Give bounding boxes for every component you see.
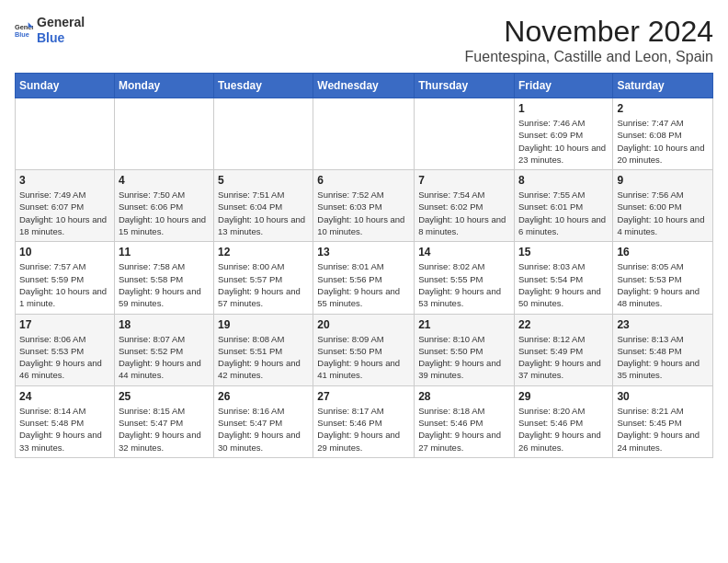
day-info: Sunrise: 8:07 AMSunset: 5:52 PMDaylight:… — [119, 333, 210, 382]
day-info: Sunrise: 8:01 AMSunset: 5:56 PMDaylight:… — [317, 260, 410, 309]
day-number: 21 — [418, 318, 510, 331]
day-number: 11 — [119, 246, 210, 259]
day-number: 14 — [418, 246, 510, 259]
day-info: Sunrise: 8:20 AMSunset: 5:46 PMDaylight:… — [518, 405, 609, 454]
calendar-week-row: 3Sunrise: 7:49 AMSunset: 6:07 PMDaylight… — [16, 170, 713, 242]
weekday-header-sunday: Sunday — [16, 74, 115, 98]
day-number: 29 — [518, 390, 609, 403]
calendar-cell: 19Sunrise: 8:08 AMSunset: 5:51 PMDayligh… — [214, 314, 313, 385]
day-number: 13 — [317, 246, 410, 259]
logo-blue: Blue — [37, 30, 85, 46]
day-number: 18 — [119, 318, 210, 331]
day-number: 3 — [19, 174, 110, 187]
day-info: Sunrise: 7:49 AMSunset: 6:07 PMDaylight:… — [19, 189, 110, 237]
day-info: Sunrise: 7:47 AMSunset: 6:08 PMDaylight:… — [617, 117, 709, 166]
calendar-week-row: 10Sunrise: 7:57 AMSunset: 5:59 PMDayligh… — [16, 242, 713, 314]
weekday-header-friday: Friday — [514, 74, 612, 98]
day-number: 1 — [518, 102, 609, 115]
day-number: 27 — [317, 390, 410, 403]
calendar-cell: 26Sunrise: 8:16 AMSunset: 5:47 PMDayligh… — [214, 385, 313, 457]
calendar-cell: 7Sunrise: 7:54 AMSunset: 6:02 PMDaylight… — [415, 170, 515, 242]
day-info: Sunrise: 8:21 AMSunset: 5:45 PMDaylight:… — [617, 405, 709, 454]
calendar-cell: 13Sunrise: 8:01 AMSunset: 5:56 PMDayligh… — [313, 242, 415, 314]
logo: General Blue General Blue — [15, 15, 85, 46]
svg-text:Blue: Blue — [15, 30, 29, 39]
day-number: 26 — [218, 390, 309, 403]
day-info: Sunrise: 8:08 AMSunset: 5:51 PMDaylight:… — [218, 333, 309, 382]
day-info: Sunrise: 8:06 AMSunset: 5:53 PMDaylight:… — [19, 333, 110, 382]
calendar-cell: 28Sunrise: 8:18 AMSunset: 5:46 PMDayligh… — [415, 385, 515, 457]
logo-general: General — [37, 15, 85, 30]
day-info: Sunrise: 8:16 AMSunset: 5:47 PMDaylight:… — [218, 405, 309, 454]
calendar-body: 1Sunrise: 7:46 AMSunset: 6:09 PMDaylight… — [16, 98, 713, 458]
location-title: Fuentespina, Castille and Leon, Spain — [465, 49, 713, 65]
day-info: Sunrise: 7:52 AMSunset: 6:03 PMDaylight:… — [317, 189, 410, 237]
day-number: 4 — [119, 174, 210, 187]
calendar-header: SundayMondayTuesdayWednesdayThursdayFrid… — [16, 74, 713, 98]
day-info: Sunrise: 8:13 AMSunset: 5:48 PMDaylight:… — [617, 333, 709, 382]
day-number: 9 — [617, 174, 709, 187]
calendar-cell: 2Sunrise: 7:47 AMSunset: 6:08 PMDaylight… — [613, 98, 713, 170]
day-number: 7 — [418, 174, 510, 187]
day-info: Sunrise: 8:05 AMSunset: 5:53 PMDaylight:… — [617, 260, 709, 309]
month-title: November 2024 — [465, 15, 713, 49]
calendar-cell: 22Sunrise: 8:12 AMSunset: 5:49 PMDayligh… — [514, 314, 612, 385]
day-info: Sunrise: 8:14 AMSunset: 5:48 PMDaylight:… — [19, 405, 110, 454]
day-info: Sunrise: 7:54 AMSunset: 6:02 PMDaylight:… — [418, 189, 510, 237]
day-info: Sunrise: 7:46 AMSunset: 6:09 PMDaylight:… — [518, 117, 609, 166]
calendar-cell: 14Sunrise: 8:02 AMSunset: 5:55 PMDayligh… — [415, 242, 515, 314]
calendar-table: SundayMondayTuesdayWednesdayThursdayFrid… — [15, 73, 713, 458]
day-number: 23 — [617, 318, 709, 331]
header: General Blue General Blue November 2024 … — [15, 15, 713, 65]
day-info: Sunrise: 8:18 AMSunset: 5:46 PMDaylight:… — [418, 405, 510, 454]
calendar-cell — [114, 98, 213, 170]
calendar-cell — [415, 98, 515, 170]
calendar-cell: 12Sunrise: 8:00 AMSunset: 5:57 PMDayligh… — [214, 242, 313, 314]
calendar-cell: 25Sunrise: 8:15 AMSunset: 5:47 PMDayligh… — [114, 385, 213, 457]
calendar-cell: 5Sunrise: 7:51 AMSunset: 6:04 PMDaylight… — [214, 170, 313, 242]
calendar-week-row: 24Sunrise: 8:14 AMSunset: 5:48 PMDayligh… — [16, 385, 713, 457]
day-number: 12 — [218, 246, 309, 259]
calendar-cell: 20Sunrise: 8:09 AMSunset: 5:50 PMDayligh… — [313, 314, 415, 385]
day-info: Sunrise: 7:58 AMSunset: 5:58 PMDaylight:… — [119, 260, 210, 309]
calendar-cell: 15Sunrise: 8:03 AMSunset: 5:54 PMDayligh… — [514, 242, 612, 314]
day-number: 28 — [418, 390, 510, 403]
weekday-header-wednesday: Wednesday — [313, 74, 415, 98]
day-info: Sunrise: 7:50 AMSunset: 6:06 PMDaylight:… — [119, 189, 210, 237]
weekday-header-row: SundayMondayTuesdayWednesdayThursdayFrid… — [16, 74, 713, 98]
day-info: Sunrise: 8:00 AMSunset: 5:57 PMDaylight:… — [218, 260, 309, 309]
calendar-cell: 4Sunrise: 7:50 AMSunset: 6:06 PMDaylight… — [114, 170, 213, 242]
calendar-cell: 18Sunrise: 8:07 AMSunset: 5:52 PMDayligh… — [114, 314, 213, 385]
day-number: 22 — [518, 318, 609, 331]
calendar-cell: 3Sunrise: 7:49 AMSunset: 6:07 PMDaylight… — [16, 170, 115, 242]
day-info: Sunrise: 7:57 AMSunset: 5:59 PMDaylight:… — [19, 260, 110, 309]
calendar-cell — [214, 98, 313, 170]
day-info: Sunrise: 7:51 AMSunset: 6:04 PMDaylight:… — [218, 189, 309, 237]
day-number: 30 — [617, 390, 709, 403]
logo-icon: General Blue — [15, 21, 33, 40]
day-info: Sunrise: 8:03 AMSunset: 5:54 PMDaylight:… — [518, 260, 609, 309]
calendar-cell: 10Sunrise: 7:57 AMSunset: 5:59 PMDayligh… — [16, 242, 115, 314]
calendar-cell — [313, 98, 415, 170]
day-number: 8 — [518, 174, 609, 187]
day-number: 20 — [317, 318, 410, 331]
day-number: 2 — [617, 102, 709, 115]
calendar-cell: 29Sunrise: 8:20 AMSunset: 5:46 PMDayligh… — [514, 385, 612, 457]
day-info: Sunrise: 8:09 AMSunset: 5:50 PMDaylight:… — [317, 333, 410, 382]
calendar-cell: 21Sunrise: 8:10 AMSunset: 5:50 PMDayligh… — [415, 314, 515, 385]
day-info: Sunrise: 8:02 AMSunset: 5:55 PMDaylight:… — [418, 260, 510, 309]
calendar-cell: 6Sunrise: 7:52 AMSunset: 6:03 PMDaylight… — [313, 170, 415, 242]
title-area: November 2024 Fuentespina, Castille and … — [465, 15, 713, 65]
weekday-header-tuesday: Tuesday — [214, 74, 313, 98]
calendar-cell: 11Sunrise: 7:58 AMSunset: 5:58 PMDayligh… — [114, 242, 213, 314]
day-number: 17 — [19, 318, 110, 331]
day-number: 10 — [19, 246, 110, 259]
calendar-cell: 30Sunrise: 8:21 AMSunset: 5:45 PMDayligh… — [613, 385, 713, 457]
calendar-week-row: 17Sunrise: 8:06 AMSunset: 5:53 PMDayligh… — [16, 314, 713, 385]
calendar-cell: 1Sunrise: 7:46 AMSunset: 6:09 PMDaylight… — [514, 98, 612, 170]
day-info: Sunrise: 7:55 AMSunset: 6:01 PMDaylight:… — [518, 189, 609, 237]
day-number: 19 — [218, 318, 309, 331]
calendar-cell: 9Sunrise: 7:56 AMSunset: 6:00 PMDaylight… — [613, 170, 713, 242]
day-number: 25 — [119, 390, 210, 403]
weekday-header-saturday: Saturday — [613, 74, 713, 98]
